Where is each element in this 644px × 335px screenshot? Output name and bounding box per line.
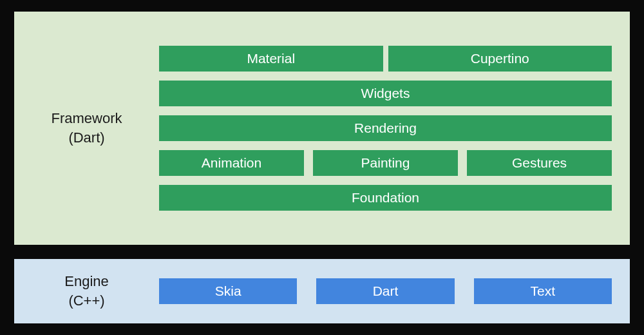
engine-row: Skia Dart Text: [159, 278, 612, 304]
framework-row-widgets: Widgets: [159, 81, 612, 106]
block-foundation: Foundation: [159, 185, 612, 211]
block-cupertino: Cupertino: [388, 46, 612, 72]
engine-content: Skia Dart Text: [159, 278, 612, 304]
framework-row-rendering: Rendering: [159, 115, 612, 141]
engine-label-line1: Engine: [64, 273, 109, 289]
framework-label-line1: Framework: [51, 110, 122, 126]
block-animation: Animation: [159, 150, 304, 176]
framework-content: Material Cupertino Widgets Rendering Ani…: [159, 46, 612, 211]
framework-section: Framework (Dart) Material Cupertino Widg…: [14, 12, 630, 245]
engine-label-line2: (C++): [68, 292, 104, 309]
framework-row-top: Material Cupertino: [159, 46, 612, 72]
engine-section: Engine (C++) Skia Dart Text: [14, 259, 630, 323]
framework-label: Framework (Dart): [14, 109, 159, 147]
block-painting: Painting: [313, 150, 458, 176]
framework-row-foundation: Foundation: [159, 185, 612, 211]
block-widgets: Widgets: [159, 81, 612, 106]
block-skia: Skia: [159, 278, 297, 304]
block-gestures: Gestures: [467, 150, 612, 176]
framework-row-mid: Animation Painting Gestures: [159, 150, 612, 176]
block-rendering: Rendering: [159, 115, 612, 141]
engine-label: Engine (C++): [14, 272, 159, 310]
block-dart: Dart: [316, 278, 454, 304]
block-text: Text: [474, 278, 612, 304]
block-material: Material: [159, 46, 383, 72]
framework-label-line2: (Dart): [68, 129, 104, 146]
